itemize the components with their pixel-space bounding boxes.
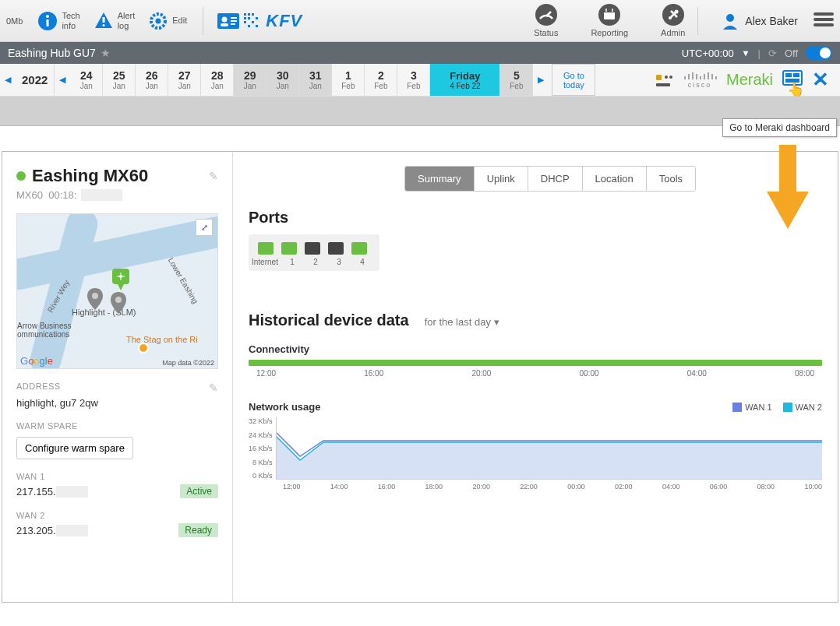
svg-rect-38 [656,75,662,80]
timeline-strip[interactable]: Go to Meraki dashboard [0,97,840,126]
date-cell[interactable]: 29Jan [234,64,266,96]
user-menu[interactable]: Alex Baker [722,12,798,30]
hamburger-menu[interactable] [814,11,834,30]
svg-rect-4 [102,17,104,23]
date-cell[interactable]: 26Jan [136,64,168,96]
svg-rect-23 [256,25,258,27]
svg-point-5 [102,23,104,26]
logo[interactable]: KFV [217,11,302,31]
divider: | [758,47,761,59]
port-1[interactable] [281,242,297,255]
date-bar: ◀ 2022 ◀ 24Jan25Jan26Jan27Jan28Jan29Jan3… [0,64,840,97]
port-4[interactable] [351,242,367,255]
port-3[interactable] [328,242,344,255]
svg-rect-21 [252,21,254,23]
admin-button[interactable]: Admin [656,2,690,39]
date-cell-selected[interactable]: Friday4 Feb 22 [430,64,500,96]
map-attribution: Map data ©2022 [162,359,214,367]
svg-point-7 [156,18,161,23]
svg-rect-10 [221,23,228,26]
svg-point-62 [92,293,98,299]
cisco-logo: cisco [683,72,717,89]
date-cell[interactable]: 24Jan [70,64,103,96]
speed-label: 0Mb [6,16,23,26]
date-cell[interactable]: 28Jan [201,64,234,96]
svg-point-2 [46,15,49,18]
close-button[interactable]: ✕ [812,68,829,92]
connectivity-title: Connectivity [249,343,822,355]
date-cell[interactable]: 30Jan [266,64,299,96]
tech-info-button[interactable]: Tech info [32,7,84,35]
meraki-dashboard-button[interactable]: 👆 [782,70,803,90]
device-name: Eashing MX60 [32,166,203,186]
edit-device-button[interactable]: ✎ [209,170,218,182]
alert-icon [93,10,115,32]
svg-rect-22 [248,25,250,27]
date-cell[interactable]: 3Feb [397,64,430,96]
tab-summary[interactable]: Summary [405,167,475,191]
svg-rect-15 [248,13,250,16]
svg-rect-11 [231,17,237,19]
edit-button[interactable]: Edit [143,7,192,35]
reporting-button[interactable]: Reporting [586,2,633,39]
edit-address-button[interactable]: ✎ [209,382,219,394]
date-cell[interactable]: 27Jan [168,64,201,96]
chart-legend: WAN 1 WAN 2 [732,403,822,412]
date-cell[interactable]: 2Feb [365,64,397,96]
day-next-button[interactable]: ▶ [533,64,549,96]
ports-panel: Internet1234 [249,234,379,271]
svg-rect-41 [656,83,670,86]
tab-location[interactable]: Location [583,167,647,191]
top-toolbar: 0Mb Tech info Alert log Edit KFV Status … [0,0,840,42]
year-prev-button[interactable]: ◀ [0,64,16,96]
svg-rect-55 [779,145,796,192]
tab-dhcp[interactable]: DHCP [528,167,583,191]
location-name: Eashing Hub GU7 [8,47,96,59]
tab-tools[interactable]: Tools [647,167,695,191]
info-icon [37,10,58,32]
device-map[interactable]: River Wey Lower Eashing Highlight - (SLM… [16,213,218,369]
tab-uplink[interactable]: Uplink [475,167,528,191]
status-dot-icon [16,171,26,181]
svg-rect-19 [256,17,258,19]
tabs: Summary Uplink DHCP Location Tools [404,166,696,192]
port-internet[interactable] [258,242,274,255]
date-cell[interactable]: 5Feb [500,64,533,96]
svg-point-32 [674,10,678,14]
status-button[interactable]: Status [529,2,563,39]
favorite-star-icon[interactable]: ★ [101,47,111,59]
timezone-label[interactable]: UTC+00:00 [682,47,734,59]
wan2-ip: 213.205.xx [16,525,88,536]
refresh-icon[interactable]: ⟳ [768,47,777,59]
meraki-logo: Meraki [726,71,773,89]
chevron-down-icon[interactable]: ▼ [742,48,750,58]
svg-point-9 [222,16,228,22]
map-expand-button[interactable]: ⤢ [196,219,213,236]
day-prev-button[interactable]: ◀ [55,64,70,96]
auto-refresh-toggle[interactable] [806,46,832,60]
time-range-dropdown[interactable]: for the last day ▾ [425,316,499,328]
goto-today-button[interactable]: Go to today [552,64,595,96]
date-cell[interactable]: 31Jan [299,64,332,96]
connectivity-bar [249,360,822,366]
alert-log-button[interactable]: Alert log [88,7,140,35]
gear-icon [147,10,169,32]
svg-rect-14 [244,13,246,16]
date-cell[interactable]: 25Jan [103,64,136,96]
map-marker-icon [111,292,126,314]
legend-swatch-wan2 [783,403,792,412]
svg-marker-64 [277,437,822,480]
poi-icon [138,343,149,353]
date-cell[interactable]: 1Feb [332,64,365,96]
address-label: ADDRESS [16,382,61,394]
annotation-arrow-icon [767,145,809,233]
seating-icon[interactable] [653,72,673,89]
port-2[interactable] [305,242,320,255]
svg-rect-1 [47,19,49,26]
address-value: highlight, gu7 2qw [16,397,218,409]
year-label: 2022 [16,64,55,96]
svg-rect-20 [244,21,246,23]
calendar-icon [598,3,621,26]
configure-warm-spare-button[interactable]: Configure warm spare [16,437,133,459]
svg-point-33 [669,16,672,19]
